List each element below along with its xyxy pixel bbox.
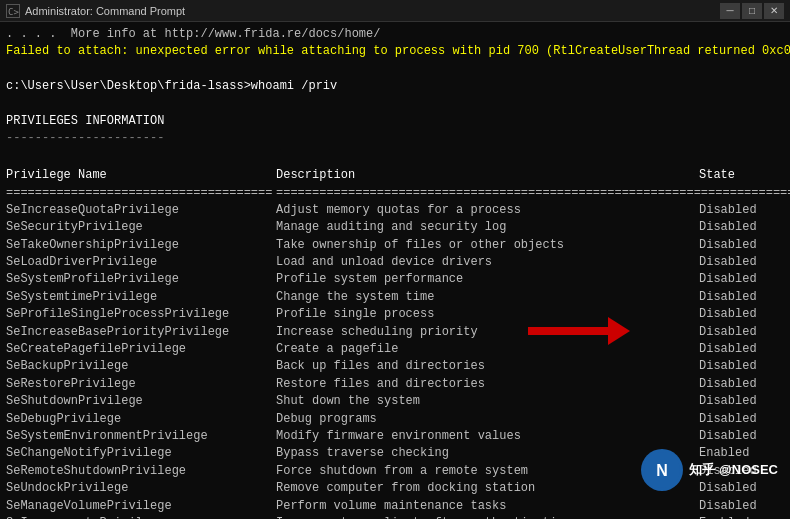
priv-name: SeSystemtimePrivilege: [6, 289, 276, 306]
output-line-3: [6, 61, 784, 78]
table-row: SeLoadDriverPrivilegeLoad and unload dev…: [6, 254, 784, 271]
priv-desc: Restore files and directories: [276, 376, 699, 393]
nosec-brand: 知乎 @NOSEC: [689, 461, 778, 479]
priv-name: SeBackupPrivilege: [6, 358, 276, 375]
nosec-badge: N 知乎 @NOSEC: [641, 449, 778, 491]
priv-state: Disabled: [699, 428, 784, 445]
priv-name: SeIncreaseQuotaPrivilege: [6, 202, 276, 219]
col-state-header: State: [699, 167, 784, 184]
priv-desc: Manage auditing and security log: [276, 219, 699, 236]
table-row: SeSystemEnvironmentPrivilegeModify firmw…: [6, 428, 784, 445]
output-line-5: [6, 96, 784, 113]
priv-desc: Create a pagefile: [276, 341, 699, 358]
priv-desc: Load and unload device drivers: [276, 254, 699, 271]
table-row: SeImpersonatePrivilegeImpersonate a clie…: [6, 515, 784, 519]
priv-name: SeLoadDriverPrivilege: [6, 254, 276, 271]
svg-text:C>: C>: [8, 7, 19, 17]
priv-name: SeSecurityPrivilege: [6, 219, 276, 236]
output-line-1: . . . . More info at http://www.frida.re…: [6, 26, 784, 43]
priv-name: SeShutdownPrivilege: [6, 393, 276, 410]
table-row: SeSecurityPrivilegeManage auditing and s…: [6, 219, 784, 236]
window-title: Administrator: Command Prompt: [25, 5, 185, 17]
table-row: SeManageVolumePrivilegePerform volume ma…: [6, 498, 784, 515]
table-row: SeIncreaseQuotaPrivilegeAdjust memory qu…: [6, 202, 784, 219]
priv-name: SeCreatePagefilePrivilege: [6, 341, 276, 358]
priv-state: Disabled: [699, 271, 784, 288]
svg-text:N: N: [657, 462, 669, 479]
priv-desc: Back up files and directories: [276, 358, 699, 375]
red-arrow: [528, 317, 630, 345]
table-row: SeProfileSingleProcessPrivilegeProfile s…: [6, 306, 784, 323]
output-line-6: PRIVILEGES INFORMATION: [6, 113, 784, 130]
priv-desc: Shut down the system: [276, 393, 699, 410]
priv-name: SeRemoteShutdownPrivilege: [6, 463, 276, 480]
col-name-header: Privilege Name: [6, 167, 276, 184]
table-row: SeBackupPrivilegeBack up files and direc…: [6, 358, 784, 375]
priv-desc: Impersonate a client after authenticatio…: [276, 515, 699, 519]
table-header: Privilege Name Description State: [6, 167, 784, 184]
priv-state: Disabled: [699, 358, 784, 375]
priv-desc: Adjust memory quotas for a process: [276, 202, 699, 219]
priv-name: SeSystemEnvironmentPrivilege: [6, 428, 276, 445]
table-separator: ===================================== ==…: [6, 185, 784, 202]
col-desc-header: Description: [276, 167, 699, 184]
table-row: SeDebugPrivilegeDebug programsDisabled: [6, 411, 784, 428]
table-row: SeSystemtimePrivilegeChange the system t…: [6, 289, 784, 306]
priv-name: SeImpersonatePrivilege: [6, 515, 276, 519]
table-row: SeIncreaseBasePriorityPrivilegeIncrease …: [6, 324, 784, 341]
priv-desc: Profile single process: [276, 306, 699, 323]
output-line-8: [6, 148, 784, 165]
close-button[interactable]: ✕: [764, 3, 784, 19]
priv-state: Disabled: [699, 376, 784, 393]
priv-desc: Profile system performance: [276, 271, 699, 288]
priv-state: Disabled: [699, 289, 784, 306]
arrow-head: [608, 317, 630, 345]
priv-name: SeChangeNotifyPrivilege: [6, 445, 276, 462]
sep-name: =====================================: [6, 185, 276, 202]
priv-desc: Modify firmware environment values: [276, 428, 699, 445]
window-controls: ─ □ ✕: [720, 3, 784, 19]
output-line-7: ----------------------: [6, 130, 784, 147]
priv-name: SeRestorePrivilege: [6, 376, 276, 393]
priv-state: Disabled: [699, 341, 784, 358]
priv-desc: Debug programs: [276, 411, 699, 428]
title-bar-left: C> Administrator: Command Prompt: [6, 4, 185, 18]
table-row: SeTakeOwnershipPrivilegeTake ownership o…: [6, 237, 784, 254]
priv-state: Disabled: [699, 237, 784, 254]
priv-name: SeIncreaseBasePriorityPrivilege: [6, 324, 276, 341]
priv-name: SeSystemProfilePrivilege: [6, 271, 276, 288]
table-row: SeSystemProfilePrivilegeProfile system p…: [6, 271, 784, 288]
output-line-2: Failed to attach: unexpected error while…: [6, 43, 784, 60]
arrow-body: [528, 327, 608, 335]
priv-name: SeProfileSingleProcessPrivilege: [6, 306, 276, 323]
priv-name: SeDebugPrivilege: [6, 411, 276, 428]
priv-name: SeUndockPrivilege: [6, 480, 276, 497]
title-bar: C> Administrator: Command Prompt ─ □ ✕: [0, 0, 790, 22]
priv-desc: Change the system time: [276, 289, 699, 306]
priv-state: Disabled: [699, 219, 784, 236]
nosec-icon: N: [641, 449, 683, 491]
minimize-button[interactable]: ─: [720, 3, 740, 19]
priv-name: SeTakeOwnershipPrivilege: [6, 237, 276, 254]
priv-desc: Perform volume maintenance tasks: [276, 498, 699, 515]
priv-desc: Increase scheduling priority: [276, 324, 699, 341]
table-row: SeRestorePrivilegeRestore files and dire…: [6, 376, 784, 393]
console-content[interactable]: . . . . More info at http://www.frida.re…: [0, 22, 790, 519]
maximize-button[interactable]: □: [742, 3, 762, 19]
priv-desc: Bypass traverse checking: [276, 445, 699, 462]
priv-state: Disabled: [699, 306, 784, 323]
sep-desc: ========================================…: [276, 185, 787, 202]
cmd-icon: C>: [6, 4, 20, 18]
table-row: SeCreatePagefilePrivilegeCreate a pagefi…: [6, 341, 784, 358]
priv-desc: Take ownership of files or other objects: [276, 237, 699, 254]
output-line-4: c:\Users\User\Desktop\frida-lsass>whoami…: [6, 78, 784, 95]
priv-state: Enabled: [699, 515, 784, 519]
priv-state: Disabled: [699, 202, 784, 219]
priv-state: Disabled: [699, 393, 784, 410]
priv-state: Disabled: [699, 254, 784, 271]
priv-desc: Remove computer from docking station: [276, 480, 699, 497]
priv-name: SeManageVolumePrivilege: [6, 498, 276, 515]
command-prompt-window: C> Administrator: Command Prompt ─ □ ✕ .…: [0, 0, 790, 519]
zhihu-label: 知乎: [689, 462, 715, 477]
nosec-handle: @NOSEC: [719, 462, 778, 477]
